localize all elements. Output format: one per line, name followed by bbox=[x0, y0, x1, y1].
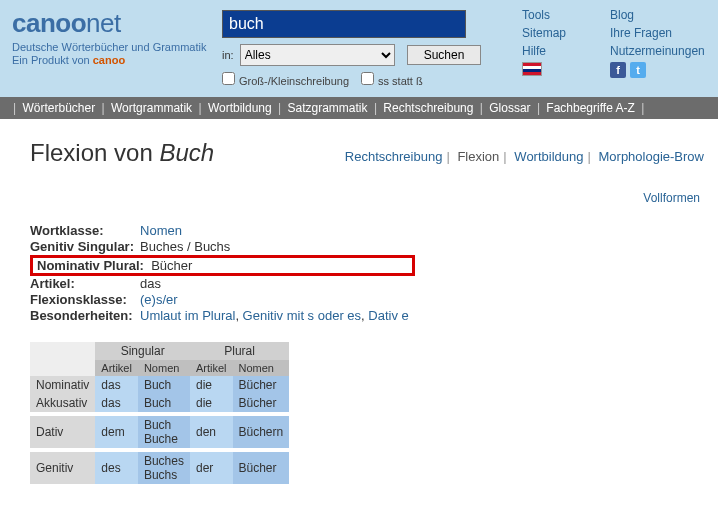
summary-value: das bbox=[140, 276, 415, 292]
logo[interactable]: canoonet bbox=[12, 8, 222, 39]
case-label: Genitiv bbox=[30, 452, 95, 484]
cell: Bücher bbox=[233, 376, 290, 394]
case-checkbox[interactable] bbox=[222, 72, 235, 85]
nav-item[interactable]: Glossar bbox=[489, 101, 530, 115]
cell: Buch bbox=[138, 394, 190, 412]
link-tools[interactable]: Tools bbox=[522, 8, 610, 22]
top-links: Tools Sitemap Hilfe Blog Ihre Fragen Nut… bbox=[522, 8, 706, 87]
tagline-1: Deutsche Wörterbücher und Grammatik bbox=[12, 41, 222, 53]
nav-item[interactable]: Wörterbücher bbox=[22, 101, 95, 115]
logo-suffix: net bbox=[86, 8, 121, 38]
wortklasse-link[interactable]: Nomen bbox=[140, 223, 182, 238]
page-title: Flexion von Buch bbox=[30, 139, 345, 167]
summary-value: Bücher bbox=[151, 258, 192, 273]
subhead: Nomen bbox=[233, 360, 290, 376]
main-nav: | Wörterbücher | Wortgrammatik | Wortbil… bbox=[0, 97, 718, 119]
summary-label: Flexionsklasse: bbox=[30, 292, 140, 308]
brand-block: canoonet Deutsche Wörterbücher und Gramm… bbox=[12, 8, 222, 87]
top-links-col-1: Tools Sitemap Hilfe bbox=[522, 8, 610, 87]
cell: Buches Buchs bbox=[138, 452, 190, 484]
cell: Bücher bbox=[233, 394, 290, 412]
nav-item[interactable]: Rechtschreibung bbox=[383, 101, 473, 115]
twitter-icon[interactable]: t bbox=[630, 62, 646, 78]
case-label: Dativ bbox=[30, 416, 95, 448]
link-help[interactable]: Hilfe bbox=[522, 44, 610, 58]
header: canoonet Deutsche Wörterbücher und Gramm… bbox=[0, 0, 718, 97]
cell: Büchern bbox=[233, 416, 290, 448]
vollformen-link[interactable]: Vollformen bbox=[30, 191, 700, 205]
search-input[interactable] bbox=[222, 10, 466, 38]
cell: das bbox=[95, 376, 138, 394]
uk-flag-icon bbox=[522, 62, 542, 76]
declension-table: Singular Plural Artikel Nomen Artikel No… bbox=[30, 342, 289, 484]
ss-option[interactable]: ss statt ß bbox=[349, 72, 423, 87]
flexion-link[interactable]: (e)s/er bbox=[140, 292, 178, 307]
link-faq[interactable]: Ihre Fragen bbox=[610, 26, 698, 40]
cell: die bbox=[190, 394, 233, 412]
facebook-icon[interactable]: f bbox=[610, 62, 626, 78]
case-option[interactable]: Groß-/Kleinschreibung bbox=[222, 72, 349, 87]
nav-item[interactable]: Satzgrammatik bbox=[288, 101, 368, 115]
table-row: Nominativ das Buch die Bücher bbox=[30, 376, 289, 394]
cell: das bbox=[95, 394, 138, 412]
subhead: Artikel bbox=[190, 360, 233, 376]
col-group-singular: Singular bbox=[95, 342, 190, 360]
main-content: Flexion von Buch Rechtschreibung| Flexio… bbox=[0, 119, 718, 494]
sub-tabs: Rechtschreibung| Flexion| Wortbildung| M… bbox=[345, 149, 704, 164]
search-button[interactable]: Suchen bbox=[407, 45, 482, 65]
case-label: Nominativ bbox=[30, 376, 95, 394]
in-label: in: bbox=[222, 49, 234, 61]
link-reviews[interactable]: Nutzermeinungen bbox=[610, 44, 698, 58]
cell: der bbox=[190, 452, 233, 484]
summary-label: Artikel: bbox=[30, 276, 140, 292]
tab-morphology[interactable]: Morphologie-Brow bbox=[599, 149, 705, 164]
tab-wordformation[interactable]: Wortbildung bbox=[514, 149, 583, 164]
table-row: Dativ dem Buch Buche den Büchern bbox=[30, 416, 289, 448]
case-label: Akkusativ bbox=[30, 394, 95, 412]
cell: Bücher bbox=[233, 452, 290, 484]
summary-label: Genitiv Singular: bbox=[30, 239, 140, 255]
besonder-link[interactable]: Dativ e bbox=[368, 308, 408, 323]
link-blog[interactable]: Blog bbox=[610, 8, 698, 22]
cell: dem bbox=[95, 416, 138, 448]
cell: die bbox=[190, 376, 233, 394]
subhead: Nomen bbox=[138, 360, 190, 376]
nav-item[interactable]: Wortbildung bbox=[208, 101, 272, 115]
summary-label: Nominativ Plural: bbox=[37, 258, 144, 273]
cell: des bbox=[95, 452, 138, 484]
cell: den bbox=[190, 416, 233, 448]
scope-select[interactable]: Alles bbox=[240, 44, 395, 66]
col-group-plural: Plural bbox=[190, 342, 289, 360]
top-links-col-2: Blog Ihre Fragen Nutzermeinungen ft bbox=[610, 8, 698, 87]
tagline-2: Ein Produkt von canoo bbox=[12, 54, 222, 66]
cell: Buch Buche bbox=[138, 416, 190, 448]
subhead: Artikel bbox=[95, 360, 138, 376]
summary-label: Wortklasse: bbox=[30, 223, 140, 239]
tab-flexion[interactable]: Flexion bbox=[457, 149, 499, 164]
logo-prefix: canoo bbox=[12, 8, 86, 38]
tab-spelling[interactable]: Rechtschreibung bbox=[345, 149, 443, 164]
lang-flag-en[interactable] bbox=[522, 62, 610, 79]
summary-label: Besonderheiten: bbox=[30, 308, 140, 324]
table-row: Genitiv des Buches Buchs der Bücher bbox=[30, 452, 289, 484]
headword: Buch bbox=[159, 139, 214, 166]
cell: Buch bbox=[138, 376, 190, 394]
nav-item[interactable]: Wortgrammatik bbox=[111, 101, 192, 115]
nav-item[interactable]: Fachbegriffe A-Z bbox=[546, 101, 635, 115]
summary-table: Wortklasse: Nomen Genitiv Singular: Buch… bbox=[30, 223, 415, 324]
besonder-link[interactable]: Genitiv mit s oder es bbox=[243, 308, 362, 323]
summary-value: Buches / Buchs bbox=[140, 239, 415, 255]
ss-checkbox[interactable] bbox=[361, 72, 374, 85]
table-row: Akkusativ das Buch die Bücher bbox=[30, 394, 289, 412]
link-sitemap[interactable]: Sitemap bbox=[522, 26, 610, 40]
highlighted-row: Nominativ Plural: Bücher bbox=[30, 255, 415, 276]
besonder-link[interactable]: Umlaut im Plural bbox=[140, 308, 235, 323]
search-block: in: Alles Suchen Groß-/Kleinschreibung s… bbox=[222, 8, 522, 87]
social-icons: ft bbox=[610, 62, 698, 78]
canoo-brand[interactable]: canoo bbox=[93, 54, 125, 66]
